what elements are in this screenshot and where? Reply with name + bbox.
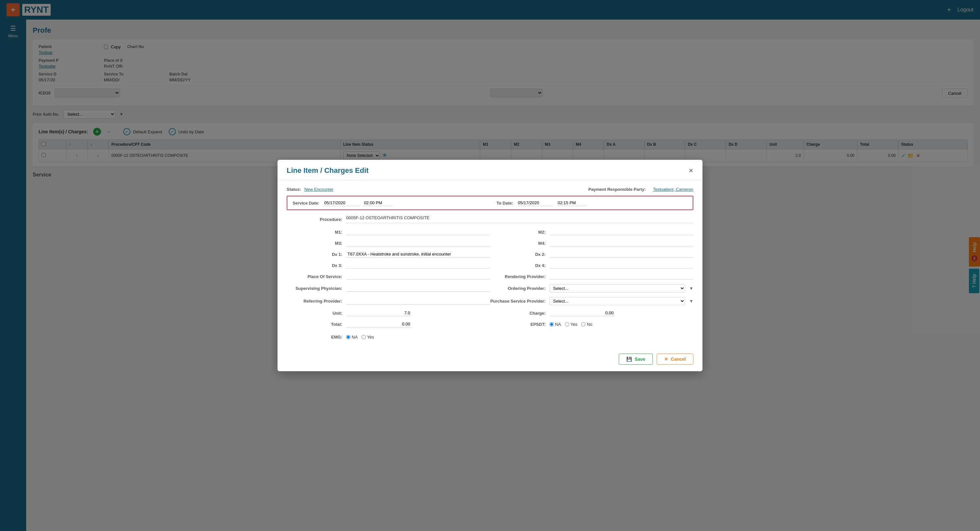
modal: Line Item / Charges Edit × Status: New E… [277, 160, 703, 371]
m2-label: M2: [490, 230, 546, 235]
charge-input[interactable] [549, 310, 615, 316]
epsdt-na-label: NA [555, 322, 561, 327]
cancel-modal-button[interactable]: ✕ Cancel [657, 354, 693, 365]
payment-party-item: Payment Responsible Party: Testoatient, … [589, 187, 693, 192]
modal-overlay: Line Item / Charges Edit × Status: New E… [0, 0, 980, 531]
payment-party-value[interactable]: Testoatient, Cameron [653, 187, 693, 192]
dx3-input[interactable] [346, 262, 490, 269]
ordering-row: Ordering Provider: Select... ▼ [490, 282, 693, 295]
unit-input[interactable] [346, 310, 412, 316]
charge-label: Charge: [490, 311, 546, 316]
modal-status-row: Status: New Encounter Payment Responsibl… [287, 187, 693, 192]
epsdt-no-label: No [587, 322, 592, 327]
m4-label: M4: [490, 241, 546, 246]
dx1-label: Dx 1: [287, 252, 342, 257]
epsdt-label: EPSDT: [490, 322, 546, 327]
epsdt-no-radio[interactable] [581, 322, 585, 326]
dx3-row: Dx 3: [287, 260, 490, 271]
pos-input[interactable] [346, 273, 490, 280]
modal-title: Line Item / Charges Edit [287, 166, 369, 175]
ordering-select[interactable]: Select... [549, 284, 685, 293]
status-item: Status: New Encounter [287, 187, 333, 192]
epsdt-yes-option: Yes [565, 322, 577, 327]
m4-row: M4: [490, 238, 693, 249]
service-date-input[interactable] [323, 200, 359, 206]
ordering-dropdown-icon: ▼ [689, 286, 693, 291]
emg-row: EMG: NA Yes [287, 332, 693, 342]
dx1-input[interactable] [346, 251, 490, 258]
procedure-row: Procedure: 0005F-12 OSTEOARTHRITIS COMPO… [287, 215, 693, 223]
m1-label: M1: [287, 230, 342, 235]
emg-yes-radio[interactable] [361, 335, 366, 339]
total-row: Total: [287, 319, 490, 330]
to-date-time-input[interactable] [557, 200, 586, 206]
pos-row: Place Of Service: [287, 271, 490, 282]
modal-header: Line Item / Charges Edit × [277, 160, 703, 180]
modifiers-grid: M1: M2: M3: M4: [287, 226, 693, 249]
referring-input[interactable] [346, 298, 490, 305]
epsdt-yes-radio[interactable] [565, 322, 569, 326]
purchase-service-row: Purchase Service Provider: Select... ▼ [490, 295, 693, 307]
to-date-label: To Date: [496, 200, 513, 205]
unit-charge-grid: Unit: Charge: [287, 307, 693, 319]
m3-input[interactable] [346, 240, 490, 246]
modal-close-button[interactable]: × [689, 167, 693, 175]
emg-na-option: NA [346, 335, 358, 340]
referring-row: Referring Provider: [287, 295, 490, 307]
dx4-label: Dx 4: [490, 263, 546, 268]
rendering-input[interactable] [549, 273, 693, 280]
emg-label: EMG: [287, 335, 342, 340]
purchase-service-select[interactable]: Select... [549, 297, 685, 305]
procedure-value: 0005F-12 OSTEOARTHRITIS COMPOSITE [346, 215, 693, 223]
to-date-input[interactable] [517, 200, 553, 206]
dx-grid: Dx 1: Dx 2: Dx 3: Dx 4: [287, 249, 693, 271]
dx2-row: Dx 2: [490, 249, 693, 260]
to-date-item: To Date: [496, 200, 687, 206]
m2-input[interactable] [549, 229, 693, 235]
epsdt-row: EPSDT: NA Yes No [490, 319, 693, 330]
unit-label: Unit: [287, 311, 342, 316]
dx3-label: Dx 3: [287, 263, 342, 268]
payment-party-label: Payment Responsible Party: [589, 187, 646, 192]
dx4-input[interactable] [549, 262, 693, 269]
m4-input[interactable] [549, 240, 693, 246]
dx1-row: Dx 1: [287, 249, 490, 260]
supervising-label: Supervising Physician: [287, 286, 342, 291]
dx2-input[interactable] [549, 251, 693, 258]
supervising-ordering-grid: Supervising Physician: Ordering Provider… [287, 282, 693, 295]
referring-purchase-grid: Referring Provider: Purchase Service Pro… [287, 295, 693, 307]
emg-yes-label: Yes [367, 335, 374, 340]
total-epsdt-grid: Total: EPSDT: NA Yes [287, 319, 693, 330]
supervising-input[interactable] [346, 285, 490, 292]
epsdt-radio-group: NA Yes No [549, 322, 592, 327]
referring-label: Referring Provider: [287, 299, 342, 304]
status-label: Status: [287, 187, 301, 192]
modal-footer: 💾 Save ✕ Cancel [277, 350, 703, 371]
emg-na-radio[interactable] [346, 335, 350, 339]
purchase-dropdown-icon: ▼ [689, 299, 693, 304]
rendering-row: Rendering Provider: [490, 271, 693, 282]
emg-na-label: NA [352, 335, 358, 340]
status-value[interactable]: New Encounter [304, 187, 333, 192]
m3-row: M3: [287, 238, 490, 249]
total-input[interactable] [346, 321, 412, 328]
emg-radio-group: NA Yes [346, 335, 374, 340]
epsdt-na-option: NA [549, 322, 561, 327]
total-label: Total: [287, 322, 342, 327]
purchase-service-label: Purchase Service Provider: [490, 299, 546, 304]
rendering-label: Rendering Provider: [490, 274, 546, 279]
dx2-label: Dx 2: [490, 252, 546, 257]
m1-row: M1: [287, 226, 490, 238]
service-date-time-input[interactable] [363, 200, 393, 206]
service-date-label: Service Date: [293, 200, 319, 205]
save-button[interactable]: 💾 Save [619, 354, 653, 365]
pos-rendering-grid: Place Of Service: Rendering Provider: [287, 271, 693, 282]
epsdt-na-radio[interactable] [549, 322, 554, 326]
epsdt-yes-label: Yes [570, 322, 577, 327]
m2-row: M2: [490, 226, 693, 238]
procedure-label: Procedure: [287, 217, 342, 222]
unit-row: Unit: [287, 307, 490, 319]
ordering-label: Ordering Provider: [490, 286, 546, 291]
m1-input[interactable] [346, 229, 490, 235]
pos-label: Place Of Service: [287, 274, 342, 279]
